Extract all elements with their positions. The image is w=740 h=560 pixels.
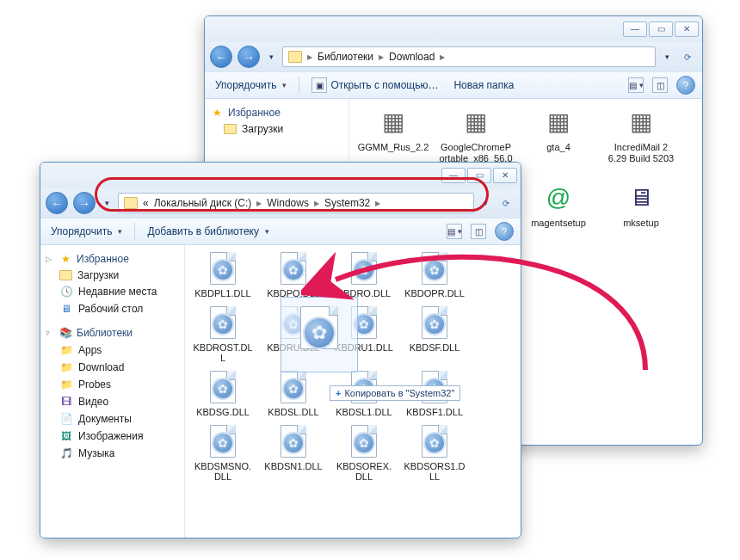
breadcrumb-prefix: «	[143, 197, 149, 209]
organize-button[interactable]: Упорядочить	[47, 224, 126, 239]
preview-pane-button[interactable]: ◫	[471, 224, 486, 239]
list-item[interactable]: ▦IncrediMail 2 6.29 Build 5203	[604, 104, 678, 175]
sidebar-item-video[interactable]: 🎞Видео	[42, 393, 182, 410]
window-body: ▷ ★ Избранное Загрузки 🕓Недавние места 🖥…	[40, 245, 521, 538]
list-item[interactable]: KBDRO.DLL	[333, 250, 395, 299]
open-with-button[interactable]: ▣ Открыть с помощью…	[308, 76, 441, 95]
sidebar-item-probes[interactable]: 📁Probes	[42, 376, 182, 393]
sidebar-item-documents[interactable]: 📄Документы	[42, 410, 182, 428]
library-folder-icon: 📁	[59, 378, 73, 391]
nav-history-dropdown[interactable]: ▾	[265, 48, 277, 65]
file-label: KBDRO.DLL	[337, 288, 391, 299]
sidebar-libraries[interactable]: ▿ 📚 Библиотеки	[42, 324, 182, 342]
breadcrumb[interactable]: Локальный диск (C:)	[154, 197, 252, 209]
app-icon: ▦	[623, 104, 659, 140]
star-icon: ★	[210, 106, 224, 120]
dll-icon	[346, 369, 382, 405]
list-item[interactable]: KBDSORS1.DLL	[404, 423, 466, 483]
breadcrumb[interactable]: Download	[389, 51, 435, 63]
dll-icon	[416, 305, 453, 341]
dll-icon	[205, 305, 241, 341]
chevron-right-icon: ▶	[314, 200, 319, 207]
sidebar: ▷ ★ Избранное Загрузки 🕓Недавние места 🖥…	[40, 245, 185, 538]
file-label: KBDSOREX.DLL	[333, 461, 395, 483]
sidebar-item-label: Загрузки	[242, 123, 283, 135]
list-item[interactable]: KBDOPR.DLL	[404, 250, 466, 299]
desktop-icon: 🖥	[59, 302, 73, 316]
view-button[interactable]: ▤	[447, 224, 462, 239]
back-button[interactable]: ←	[210, 46, 232, 68]
sidebar-item-downloads[interactable]: Загрузки	[207, 121, 347, 137]
expand-icon[interactable]: ▿	[46, 329, 54, 337]
list-item[interactable]: ▦gta_4	[521, 104, 595, 175]
address-bar[interactable]: « Локальный диск (C:) ▶ Windows ▶ System…	[118, 193, 474, 213]
address-dropdown[interactable]: ▾	[479, 194, 491, 212]
sidebar-item-downloads[interactable]: Загрузки	[42, 268, 182, 283]
dll-icon	[275, 305, 311, 341]
titlebar[interactable]: — ▭ ✕	[205, 16, 702, 42]
list-item[interactable]: KBDRU1.DLL	[333, 305, 395, 364]
refresh-button[interactable]: ⟳	[496, 199, 515, 208]
file-list[interactable]: KBDPL1.DLLKBDPO.DLLKBDRO.DLLKBDOPR.DLLKB…	[185, 245, 521, 538]
folder-icon	[59, 270, 72, 280]
sidebar-item-music[interactable]: 🎵Музыка	[42, 445, 182, 462]
list-item[interactable]: KBDPO.DLL	[262, 250, 324, 299]
address-bar[interactable]: ▶ Библиотеки ▶ Download ▶	[282, 46, 656, 67]
dll-icon	[275, 369, 311, 405]
sidebar-favorites[interactable]: ▷ ★ Избранное	[42, 250, 182, 268]
sidebar-item-desktop[interactable]: 🖥Рабочий стол	[42, 300, 182, 317]
sidebar-favorites[interactable]: ★ Избранное	[207, 104, 347, 121]
dll-icon	[205, 423, 241, 459]
open-with-icon: ▣	[311, 77, 327, 93]
chevron-right-icon: ▶	[375, 200, 380, 207]
address-dropdown[interactable]: ▾	[661, 48, 673, 65]
organize-button[interactable]: Упорядочить	[212, 77, 290, 93]
sidebar-item-label: Библиотеки	[77, 327, 133, 339]
list-item[interactable]: KBDROST.DLL	[192, 305, 254, 364]
list-item[interactable]: KBDSF.DLL	[404, 305, 466, 364]
refresh-button[interactable]: ⟳	[678, 52, 697, 62]
video-icon: 🎞	[59, 395, 73, 409]
dll-icon	[416, 369, 453, 405]
list-item[interactable]: 🖥mksetup	[604, 180, 678, 239]
add-to-library-button[interactable]: Добавить в библиотеку	[144, 224, 273, 239]
list-item[interactable]: KBDPL1.DLL	[192, 250, 254, 299]
breadcrumb[interactable]: System32	[324, 197, 370, 209]
sidebar-item-apps[interactable]: 📁Apps	[42, 342, 182, 359]
view-button[interactable]: ▤	[628, 77, 644, 93]
forward-button[interactable]: →	[237, 46, 260, 68]
back-button[interactable]: ←	[46, 192, 68, 214]
list-item[interactable]: KBDSF1.DLL	[404, 369, 466, 418]
sidebar-item-recent[interactable]: 🕓Недавние места	[42, 283, 182, 300]
expand-icon[interactable]: ▷	[46, 255, 54, 263]
minimize-button[interactable]: —	[623, 22, 647, 37]
list-item[interactable]: KBDSOREX.DLL	[333, 423, 395, 483]
forward-button[interactable]: →	[73, 192, 96, 214]
sidebar-item-images[interactable]: 🖼Изображения	[42, 428, 182, 445]
help-button[interactable]: ?	[676, 76, 695, 95]
chevron-right-icon: ▶	[440, 53, 445, 61]
list-item[interactable]: KBDSN1.DLL	[262, 423, 324, 483]
minimize-button[interactable]: —	[441, 168, 466, 183]
nav-history-dropdown[interactable]: ▾	[101, 194, 113, 212]
maximize-button[interactable]: ▭	[467, 168, 491, 183]
titlebar[interactable]: — ▭ ✕	[40, 163, 521, 188]
dll-icon	[275, 250, 311, 286]
breadcrumb[interactable]: Библиотеки	[318, 51, 373, 63]
list-item[interactable]: KBDSG.DLL	[192, 369, 254, 418]
breadcrumb[interactable]: Windows	[267, 197, 309, 209]
list-item[interactable]: KBDSL1.DLL	[333, 369, 395, 418]
list-item[interactable]: KBDSL.DLL	[262, 369, 324, 418]
preview-pane-button[interactable]: ◫	[652, 77, 668, 93]
list-item[interactable]: @magentsetup	[521, 180, 595, 239]
close-button[interactable]: ✕	[493, 168, 517, 183]
sidebar-item-download[interactable]: 📁Download	[42, 359, 182, 376]
help-button[interactable]: ?	[495, 222, 514, 241]
maximize-button[interactable]: ▭	[649, 22, 673, 37]
list-item[interactable]: KBDRU.DLL	[262, 305, 324, 364]
new-folder-button[interactable]: Новая папка	[450, 77, 517, 93]
list-item[interactable]: KBDSMSNO.DLL	[192, 423, 254, 483]
file-label: KBDSL.DLL	[268, 407, 318, 418]
app-icon: 🖥	[623, 180, 659, 216]
close-button[interactable]: ✕	[675, 22, 699, 37]
